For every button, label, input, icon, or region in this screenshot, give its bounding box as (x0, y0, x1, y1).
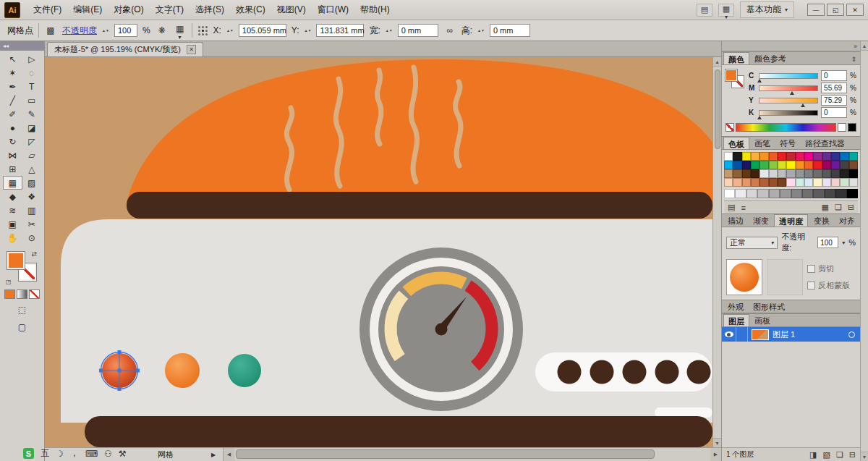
swatch[interactable] (796, 169, 804, 178)
menu-view[interactable]: 视图(V) (271, 0, 312, 20)
gray-swatch[interactable] (825, 189, 835, 198)
user-icon[interactable]: ⚇ (104, 449, 112, 459)
horizontal-scroll-track[interactable] (234, 448, 710, 461)
tab-swatches[interactable]: 色板 (723, 137, 749, 149)
swatch[interactable] (733, 152, 741, 161)
swatch[interactable] (849, 152, 858, 161)
new-sublayer-icon[interactable]: ▧ (823, 450, 830, 460)
gauge[interactable] (359, 248, 523, 411)
color-button[interactable] (4, 289, 15, 299)
width-stepper[interactable]: ▲▼ (386, 29, 393, 33)
blend-mode-dropdown[interactable]: 正常 ▾ (726, 237, 778, 249)
width-input[interactable]: 0 mm (398, 24, 438, 37)
swatch[interactable] (751, 161, 760, 169)
dock-scrollbar[interactable]: ▲ ▼ (860, 41, 868, 461)
gray-swatch[interactable] (791, 189, 802, 198)
color-value-Y[interactable]: 75.29 (821, 95, 847, 106)
vertical-scrollbar[interactable]: ▲ ▼ (712, 57, 721, 447)
swatch[interactable] (751, 169, 760, 178)
panel-fill-stroke-indicator[interactable] (726, 69, 744, 93)
eyedropper-tool[interactable]: ◆ (3, 190, 22, 203)
free-transform-tool[interactable]: ▱ (22, 148, 42, 162)
make-clipping-mask-icon[interactable]: ◨ (809, 450, 817, 460)
slider-marker[interactable] (801, 103, 805, 107)
swatch[interactable] (751, 178, 760, 187)
menu-select[interactable]: 选择(S) (190, 0, 230, 20)
swatch[interactable] (831, 178, 840, 187)
swatch[interactable] (796, 161, 804, 169)
scroll-left-icon[interactable]: ◀ (224, 448, 234, 461)
color-slider-M[interactable] (759, 85, 818, 91)
layer-row[interactable]: 图层 1 (722, 327, 860, 342)
vertical-scroll-thumb[interactable] (715, 69, 720, 149)
lasso-tool[interactable]: ◌ (22, 66, 42, 80)
toolbar-collapse-button[interactable]: ◂◂ (0, 41, 44, 51)
y-input[interactable]: 131.831 mm (316, 24, 364, 37)
pencil-tool[interactable]: ✎ (22, 107, 42, 121)
swatch[interactable] (769, 152, 778, 161)
swatch[interactable] (840, 152, 848, 161)
x-stepper[interactable]: ▲▼ (226, 29, 234, 33)
constrain-proportions-icon[interactable]: ∞ (443, 24, 456, 37)
menu-effect[interactable]: 效果(C) (230, 0, 271, 20)
gray-swatch[interactable] (847, 189, 858, 198)
tab-pathfinder[interactable]: 路径查找器 (801, 137, 849, 149)
scroll-right-icon[interactable]: ▶ (710, 448, 721, 461)
gray-swatch[interactable] (813, 189, 824, 198)
swatch[interactable] (778, 169, 786, 178)
swatch[interactable] (760, 152, 768, 161)
slider-marker[interactable] (757, 116, 762, 119)
moon-icon[interactable]: ☽ (56, 449, 64, 459)
scale-tool[interactable]: ◸ (22, 135, 42, 148)
swatch[interactable] (724, 169, 733, 178)
width-tool[interactable]: ⋈ (3, 148, 22, 162)
menu-edit[interactable]: 编辑(E) (67, 0, 108, 20)
height-stepper[interactable]: ▲▼ (477, 29, 485, 33)
scroll-up-icon[interactable]: ▲ (861, 41, 868, 51)
paintbrush-tool[interactable]: ✐ (3, 107, 22, 121)
swatch[interactable] (742, 178, 751, 187)
layers-empty-area[interactable] (722, 342, 860, 447)
hand-tool[interactable]: ✋ (3, 231, 22, 245)
magic-wand-tool[interactable]: ✶ (3, 66, 22, 80)
tab-brushes[interactable]: 画笔 (750, 137, 775, 149)
tab-stroke[interactable]: 描边 (723, 214, 748, 227)
white-swatch[interactable] (838, 123, 846, 132)
type-tool[interactable]: T (22, 80, 42, 93)
visibility-toggle[interactable] (722, 327, 736, 342)
perspective-grid-tool[interactable]: △ (22, 162, 42, 176)
swatch[interactable] (724, 161, 733, 169)
fill-color-swatch[interactable] (7, 252, 25, 269)
delete-layer-icon[interactable]: ⊟ (849, 450, 856, 460)
swatch[interactable] (786, 169, 795, 178)
swatch[interactable] (822, 152, 831, 161)
bridge-icon[interactable]: ▤ (697, 4, 712, 17)
panel-opacity-input[interactable]: 100 (817, 237, 838, 248)
swatch[interactable] (760, 169, 768, 178)
scroll-down-icon[interactable]: ▼ (713, 438, 721, 447)
status-tool-display[interactable]: 网格 (152, 449, 179, 460)
gray-swatch[interactable] (780, 189, 791, 198)
scroll-down-icon[interactable]: ▼ (861, 452, 868, 461)
opacity-link[interactable]: 不透明度 (62, 25, 97, 37)
arrange-documents-icon[interactable]: ▦▾ (718, 4, 734, 17)
menu-window[interactable]: 窗口(W) (312, 0, 354, 20)
swatch[interactable] (786, 161, 795, 169)
gray-swatch[interactable] (757, 189, 768, 198)
color-slider-C[interactable] (759, 73, 818, 79)
minimize-button[interactable]: — (807, 4, 825, 16)
column-graph-tool[interactable]: ▥ (22, 203, 42, 217)
zoom-tool[interactable]: ⊙ (22, 231, 42, 245)
lock-toggle[interactable] (736, 327, 748, 342)
button-orange[interactable] (165, 353, 200, 388)
none-swatch[interactable] (726, 123, 734, 132)
swatch[interactable] (813, 161, 822, 169)
screen-mode-button[interactable]: ▢ (0, 321, 44, 334)
mask-thumbnail-well[interactable] (767, 259, 803, 295)
swatch[interactable] (742, 169, 751, 178)
artboard-tool[interactable]: ▣ (3, 217, 22, 231)
tab-gradient[interactable]: 渐变 (749, 214, 773, 227)
slice-tool[interactable]: ✂ (22, 217, 42, 231)
opacity-stepper[interactable]: ▲▼ (102, 29, 109, 33)
slider-marker[interactable] (790, 91, 794, 95)
